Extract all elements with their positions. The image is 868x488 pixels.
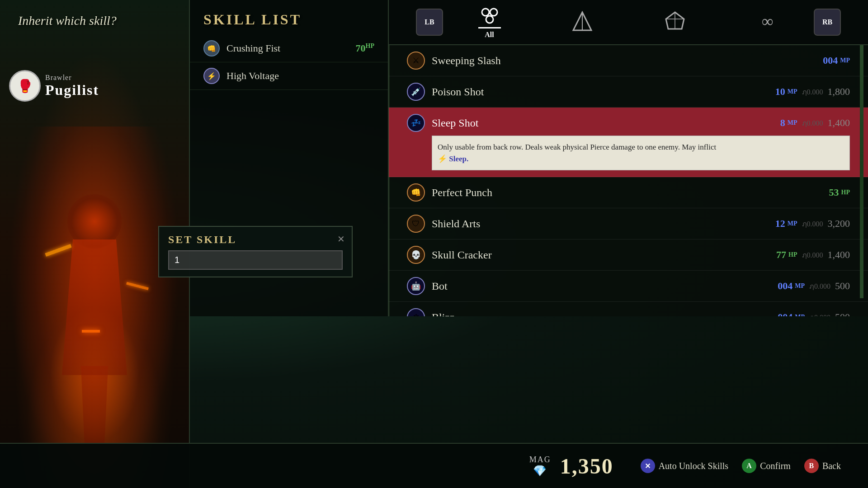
scrollbar[interactable] bbox=[860, 45, 863, 298]
class-icon: 🥊 bbox=[9, 70, 41, 102]
cost-value: 12 bbox=[775, 218, 785, 230]
svg-point-2 bbox=[486, 16, 493, 23]
rb-button[interactable]: RB bbox=[814, 9, 841, 36]
auto-unlock-label: Auto Unlock Skills bbox=[659, 461, 728, 471]
cost-value: 004 bbox=[778, 311, 793, 316]
cost-value: 004 bbox=[778, 280, 793, 292]
char-class: Brawler bbox=[45, 74, 99, 82]
cost-divider: ฦ0.000 bbox=[802, 117, 823, 129]
skill-row-icon: 🤖 bbox=[407, 277, 425, 295]
tab-all[interactable]: All bbox=[472, 4, 508, 41]
skill-icon: 👊 bbox=[203, 40, 220, 56]
cost-label: MP bbox=[795, 314, 805, 316]
skill-row-name: Blizz bbox=[432, 311, 778, 317]
skill-row-name: Perfect Punch bbox=[432, 187, 829, 199]
cost-value: 53 bbox=[829, 187, 839, 198]
price-value: 1,800 bbox=[828, 86, 850, 98]
b-button[interactable]: B bbox=[804, 459, 819, 473]
set-skill-title: Set Skill bbox=[168, 234, 343, 246]
nav-center: All bbox=[443, 4, 814, 41]
inherit-question: Inherit which skill? bbox=[18, 14, 117, 28]
mag-label: MAG 💎 bbox=[529, 455, 551, 477]
skill-row-name: Sleep Shot bbox=[432, 117, 780, 129]
price-value: 500 bbox=[835, 280, 850, 292]
cost-group: 8MP ฦ0.000 1,400 bbox=[780, 117, 850, 129]
cost-divider: ฦ0.000 bbox=[809, 281, 830, 292]
svg-point-0 bbox=[482, 9, 489, 16]
cost-group: 004MP ฦ0.000 500 bbox=[778, 311, 850, 316]
x-button[interactable]: ✕ bbox=[641, 459, 655, 473]
cost-label: MP bbox=[788, 119, 797, 127]
price-value: 3,200 bbox=[828, 218, 850, 230]
skill-row-name: Bot bbox=[432, 280, 778, 292]
tab-3[interactable] bbox=[657, 8, 693, 37]
tab-4[interactable]: ∞ bbox=[750, 8, 786, 37]
mag-icon: 💎 bbox=[533, 465, 547, 477]
cost-label: HP bbox=[788, 251, 797, 258]
cost-divider: ฦ0.000 bbox=[802, 86, 823, 98]
a-button[interactable]: A bbox=[742, 459, 756, 473]
table-row[interactable]: ❄ Blizz 004MP ฦ0.000 500 bbox=[389, 302, 868, 316]
table-row[interactable]: 💤 Sleep Shot 8MP ฦ0.000 1,400 Only usabl… bbox=[389, 108, 868, 177]
cost-label: MP bbox=[795, 282, 805, 290]
cost-value: 77 bbox=[776, 249, 786, 261]
set-skill-panel: Set Skill ✕ bbox=[158, 226, 353, 277]
table-row[interactable]: 💀 Skull Cracker 77HP ฦ0.000 1,400 bbox=[389, 239, 868, 271]
skill-name: High Voltage bbox=[226, 70, 374, 82]
table-row[interactable]: 👊 Perfect Punch 53HP bbox=[389, 177, 868, 208]
cost-label: MP bbox=[840, 57, 850, 64]
back-control[interactable]: B Back bbox=[804, 459, 841, 473]
confirm-control[interactable]: A Confirm bbox=[742, 459, 791, 473]
char-name: Pugilist bbox=[45, 82, 99, 99]
cost-divider: ฦ0.000 bbox=[809, 312, 830, 317]
cost-divider: ฦ0.000 bbox=[802, 218, 823, 230]
skill-row-icon: ⚔ bbox=[407, 52, 425, 70]
table-row[interactable]: 🛡 Shield Arts 12MP ฦ0.000 3,200 bbox=[389, 208, 868, 239]
cost-group: 77HP ฦ0.000 1,400 bbox=[776, 249, 850, 261]
mag-section: MAG 💎 1,350 bbox=[529, 454, 613, 479]
skill-row-icon: 💤 bbox=[407, 114, 425, 132]
skill-row-name: Shield Arts bbox=[432, 218, 775, 230]
skill-cost: 70HP bbox=[356, 42, 374, 54]
nav-tabs: LB All bbox=[389, 0, 868, 45]
skill-row-icon: 👊 bbox=[407, 183, 425, 202]
right-panel: LB All bbox=[389, 0, 868, 316]
skill-row-icon: 💉 bbox=[407, 83, 425, 101]
table-row[interactable]: 💉 Poison Shot 10MP ฦ0.000 1,800 bbox=[389, 76, 868, 108]
cost-group: 004MP bbox=[823, 55, 850, 66]
bottom-bar: MAG 💎 1,350 ✕ Auto Unlock Skills A Confi… bbox=[0, 443, 868, 488]
list-item[interactable]: ⚡ High Voltage bbox=[190, 62, 388, 90]
set-skill-input[interactable] bbox=[168, 250, 343, 270]
tab2-icon bbox=[571, 10, 594, 33]
skill-row-name: Sweeping Slash bbox=[432, 55, 823, 67]
table-row[interactable]: ⚔ Sweeping Slash 004MP bbox=[389, 45, 868, 76]
auto-unlock-control[interactable]: ✕ Auto Unlock Skills bbox=[641, 459, 728, 473]
all-tab-icon bbox=[478, 6, 501, 28]
price-value: 500 bbox=[835, 311, 850, 316]
lb-button[interactable]: LB bbox=[416, 9, 443, 36]
skill-row-icon: 💀 bbox=[407, 246, 425, 264]
cost-value: 8 bbox=[780, 117, 785, 129]
skill-name: Crushing Fist bbox=[226, 42, 349, 54]
mag-value: 1,350 bbox=[560, 454, 613, 479]
tab-2[interactable] bbox=[564, 8, 600, 37]
character-badge: 🥊 Brawler Pugilist bbox=[9, 70, 99, 102]
skill-row-name: Poison Shot bbox=[432, 86, 775, 98]
skill-icon: ⚡ bbox=[203, 68, 220, 84]
cost-group: 12MP ฦ0.000 3,200 bbox=[775, 218, 850, 230]
skill-table[interactable]: ⚔ Sweeping Slash 004MP 💉 Poison Shot 10M… bbox=[389, 45, 868, 316]
skill-list-title: Skill List bbox=[190, 0, 388, 35]
status-keyword: ⚡ Sleep. bbox=[438, 155, 468, 163]
svg-point-1 bbox=[490, 9, 497, 16]
price-value: 1,400 bbox=[828, 117, 850, 129]
tab-all-label: All bbox=[485, 31, 494, 39]
close-icon[interactable]: ✕ bbox=[337, 234, 345, 244]
tab3-icon bbox=[664, 10, 686, 33]
table-row[interactable]: 🤖 Bot 004MP ฦ0.000 500 bbox=[389, 271, 868, 302]
cost-label: MP bbox=[788, 220, 797, 227]
cost-divider: ฦ0.000 bbox=[802, 249, 823, 261]
list-item[interactable]: 👊 Crushing Fist 70HP bbox=[190, 35, 388, 62]
skill-row-name: Skull Cracker bbox=[432, 249, 776, 261]
skill-description: Only usable from back row. Deals weak ph… bbox=[432, 136, 850, 170]
confirm-label: Confirm bbox=[760, 461, 791, 471]
